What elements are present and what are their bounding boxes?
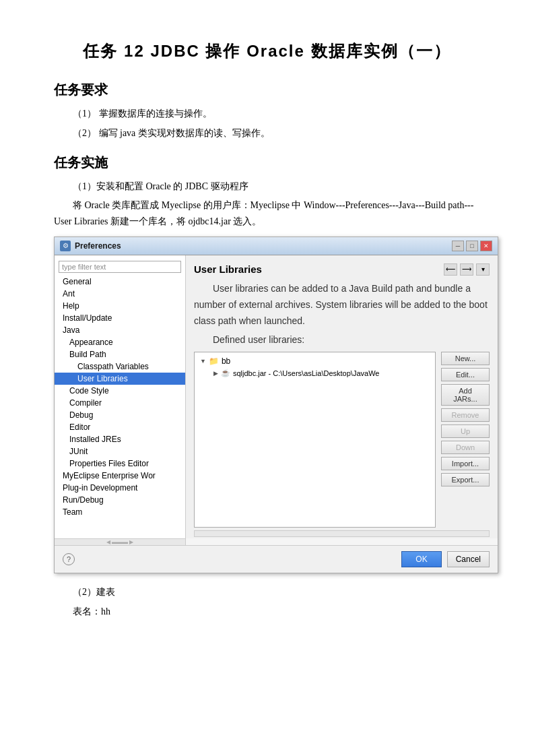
- titlebar-left: ⚙ Preferences: [60, 241, 121, 251]
- expand-icon: ▼: [200, 358, 206, 365]
- step1-label: （1）安装和配置 Oracle 的 JDBC 驱动程序: [54, 179, 480, 195]
- folder-icon: 📁: [209, 356, 219, 366]
- right-buttons: New... Edit... Add JARs... Remove Up Dow…: [441, 352, 490, 528]
- nav-back-arrow[interactable]: ⟵: [444, 263, 457, 276]
- sidebar-item-codestyle[interactable]: Code Style: [55, 385, 185, 397]
- dialog-sidebar: General Ant Help Install/Update Java App…: [55, 255, 186, 538]
- nav-menu-arrow[interactable]: ▾: [476, 263, 490, 276]
- sidebar-scrollbar[interactable]: ◀ ▬▬▬ ▶: [55, 538, 186, 545]
- lib-tree-area: ▼ 📁 bb ▶ ☕ sqljdbc.jar - C:\Users\asLia\…: [194, 352, 436, 528]
- export-button[interactable]: Export...: [441, 473, 490, 486]
- requirement-item-1: （1） 掌握数据库的连接与操作。: [54, 106, 480, 122]
- sidebar-item-junit[interactable]: JUnit: [55, 445, 185, 458]
- section2-title: 任务实施: [54, 154, 480, 172]
- table-name: 表名：hh: [54, 604, 480, 620]
- edit-button[interactable]: Edit...: [441, 368, 490, 381]
- dialog-main: General Ant Help Install/Update Java App…: [55, 255, 498, 538]
- nav-forward-arrow[interactable]: ⟶: [460, 263, 473, 276]
- sidebar-item-team[interactable]: Team: [55, 506, 185, 518]
- sidebar-item-general[interactable]: General: [55, 276, 185, 288]
- task-impl-section: 任务实施 （1）安装和配置 Oracle 的 JDBC 驱动程序 将 Oracl…: [54, 154, 480, 620]
- new-button[interactable]: New...: [441, 352, 490, 365]
- sidebar-item-java[interactable]: Java: [55, 324, 185, 336]
- dialog-app-icon: ⚙: [60, 241, 71, 251]
- remove-button[interactable]: Remove: [441, 408, 490, 422]
- dialog-right-area: User Libraries ⟵ ⟶ ▾ User libraries can …: [186, 255, 498, 538]
- sidebar-item-editor[interactable]: Editor: [55, 421, 185, 433]
- sidebar-item-compiler[interactable]: Compiler: [55, 397, 185, 409]
- section1-title: 任务要求: [54, 81, 480, 99]
- lib-jar-label: sqljdbc.jar - C:\Users\asLia\Desktop\Jav…: [233, 369, 379, 377]
- jar-icon: ☕: [221, 369, 230, 377]
- lib-name-bb: bb: [222, 356, 230, 366]
- dialog-titlebar: ⚙ Preferences ─ □ ✕: [55, 237, 498, 255]
- dialog-body: General Ant Help Install/Update Java App…: [55, 255, 498, 573]
- content-scroll-spacer: [186, 538, 498, 545]
- sidebar-item-propfiles[interactable]: Properties Files Editor: [55, 458, 185, 470]
- sidebar-item-userlibs[interactable]: User Libraries: [55, 373, 185, 385]
- sidebar-item-myeclipse[interactable]: MyEclipse Enterprise Wor: [55, 470, 185, 482]
- scroll-indicator: ◀ ▬▬▬ ▶: [106, 539, 133, 545]
- down-button[interactable]: Down: [441, 441, 490, 454]
- dialog-title: Preferences: [75, 241, 121, 251]
- scroll-area: [186, 528, 498, 538]
- sidebar-item-buildpath[interactable]: Build Path: [55, 348, 185, 360]
- maximize-button[interactable]: □: [466, 241, 478, 251]
- cancel-button[interactable]: Cancel: [447, 551, 490, 567]
- dialog-bottombar: ? OK Cancel: [55, 545, 498, 573]
- window-controls[interactable]: ─ □ ✕: [452, 241, 492, 251]
- sidebar-item-plugin[interactable]: Plug-in Development: [55, 482, 185, 494]
- sidebar-item-debug[interactable]: Debug: [55, 409, 185, 421]
- close-button[interactable]: ✕: [480, 241, 492, 251]
- lib-section: ▼ 📁 bb ▶ ☕ sqljdbc.jar - C:\Users\asLia\…: [194, 352, 490, 528]
- sidebar-item-rundebug[interactable]: Run/Debug: [55, 494, 185, 506]
- content-area: User Libraries ⟵ ⟶ ▾ User libraries can …: [186, 255, 498, 528]
- minimize-button[interactable]: ─: [452, 241, 464, 251]
- up-button[interactable]: Up: [441, 424, 490, 438]
- page-title: 任务 12 JDBC 操作 Oracle 数据库实例（一）: [54, 40, 480, 62]
- help-icon[interactable]: ?: [63, 553, 75, 565]
- content-description: User libraries can be added to a Java Bu…: [194, 281, 490, 329]
- step1-desc: 将 Oracle 类库配置成 Myeclipse 的用户库：Myeclipse …: [54, 197, 480, 230]
- add-jars-button[interactable]: Add JARs...: [441, 384, 490, 406]
- defined-libraries-label: Defined user libraries:: [194, 332, 490, 348]
- horizontal-scrollbar[interactable]: [194, 530, 490, 537]
- sidebar-item-appearance[interactable]: Appearance: [55, 336, 185, 348]
- step2-label: （2）建表: [54, 584, 480, 600]
- preferences-dialog: ⚙ Preferences ─ □ ✕ General Ant Help Ins…: [54, 237, 498, 573]
- content-header: User Libraries ⟵ ⟶ ▾: [194, 263, 490, 276]
- import-button[interactable]: Import...: [441, 457, 490, 470]
- sidebar-item-help[interactable]: Help: [55, 300, 185, 312]
- task-requirements-section: 任务要求 （1） 掌握数据库的连接与操作。 （2） 编写 java 类实现对数据…: [54, 81, 480, 141]
- sidebar-item-install[interactable]: Install/Update: [55, 312, 185, 324]
- lib-row-bb[interactable]: ▼ 📁 bb: [197, 355, 432, 367]
- ok-button[interactable]: OK: [401, 551, 441, 567]
- filter-input[interactable]: [59, 261, 181, 273]
- requirement-item-2: （2） 编写 java 类实现对数据库的读、写操作。: [54, 125, 480, 141]
- content-nav[interactable]: ⟵ ⟶ ▾: [444, 263, 490, 276]
- content-title: User Libraries: [194, 263, 262, 275]
- bottom-scroll-row: ◀ ▬▬▬ ▶: [55, 538, 498, 545]
- sidebar-item-installedjres[interactable]: Installed JREs: [55, 433, 185, 445]
- sidebar-item-ant[interactable]: Ant: [55, 288, 185, 300]
- sidebar-item-classpath[interactable]: Classpath Variables: [55, 360, 185, 373]
- lib-row-jar[interactable]: ▶ ☕ sqljdbc.jar - C:\Users\asLia\Desktop…: [197, 367, 432, 379]
- jar-expand-icon: ▶: [213, 370, 218, 377]
